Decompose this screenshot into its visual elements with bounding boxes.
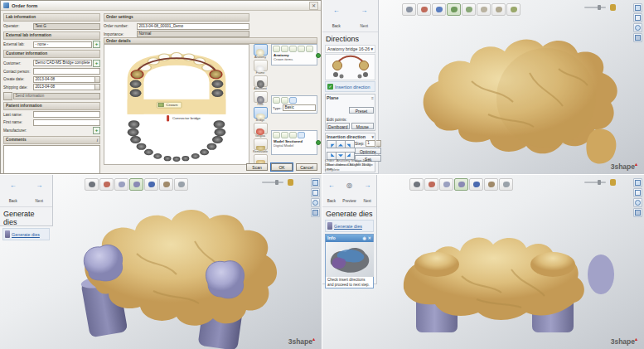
category-frame[interactable]: Frame <box>252 60 269 75</box>
cancel-button[interactable]: Cancel <box>296 163 317 171</box>
mouse-button[interactable]: Mouse <box>351 123 375 129</box>
bridge-options-panel[interactable]: Type: Basic <box>271 95 317 114</box>
first-name-field[interactable] <box>33 119 100 126</box>
send-info-icon[interactable] <box>3 92 12 100</box>
upper-jaw-icon[interactable] <box>477 3 491 16</box>
insertion-direction-item[interactable]: ✓ Insertion direction <box>325 81 375 92</box>
implant-model-icon[interactable] <box>298 132 305 138</box>
lock-icon[interactable] <box>288 179 293 186</box>
smooth-tool-icon[interactable] <box>499 178 513 191</box>
opacity-slider[interactable] <box>584 182 606 183</box>
inlay-type-icon[interactable] <box>289 46 297 52</box>
back-button[interactable]: ←Back <box>322 0 351 32</box>
veneer-type-icon[interactable] <box>306 46 313 52</box>
trim-tool-icon[interactable] <box>417 3 431 16</box>
wax-tool-icon[interactable] <box>432 3 446 16</box>
next-button[interactable]: →Next <box>27 175 53 206</box>
wax-tool-icon[interactable] <box>114 178 128 191</box>
lower-jaw-icon[interactable] <box>491 3 506 16</box>
margin-tool-icon[interactable] <box>469 178 483 191</box>
add-customer-button[interactable]: + <box>93 60 100 67</box>
create-date-spinner[interactable] <box>95 76 100 83</box>
step-spinner[interactable] <box>376 140 381 147</box>
step-field[interactable]: 1 <box>366 140 375 147</box>
split-view-icon[interactable] <box>311 188 320 197</box>
restoration-selector[interactable]: Anatomy bridge 16-26▾ <box>325 45 375 53</box>
close-icon[interactable]: ✕ <box>368 235 371 242</box>
ok-button[interactable]: OK <box>271 163 293 171</box>
opacity-slider[interactable] <box>262 182 283 183</box>
importance-field[interactable]: Normal <box>137 31 249 37</box>
show-model-icon[interactable] <box>447 3 461 16</box>
die-tool-icon[interactable] <box>129 178 143 191</box>
pontic-type-icon[interactable] <box>281 46 288 52</box>
smooth-tool-icon[interactable] <box>174 178 188 191</box>
digital-model-icon[interactable] <box>289 132 297 138</box>
fit-view-icon[interactable] <box>633 178 642 187</box>
compare-models-icon[interactable] <box>462 3 476 16</box>
bridge-cutback-icon[interactable] <box>281 97 288 104</box>
category-gingiva[interactable]: Gingiva <box>252 123 269 138</box>
add-patient-button[interactable]: + <box>93 127 100 134</box>
create-date-field[interactable]: 2013-04-08 <box>33 76 95 83</box>
add-external-lab-button[interactable]: + <box>93 41 100 48</box>
preset-button[interactable]: Preset <box>349 107 374 114</box>
scan-button[interactable]: Scan <box>246 163 268 171</box>
view-settings-icon[interactable] <box>633 198 642 207</box>
wax-tool-icon[interactable] <box>439 178 453 191</box>
external-lab-select[interactable]: - none - <box>33 41 92 48</box>
operator-field[interactable]: Test G <box>33 23 100 30</box>
circle-tool-icon[interactable] <box>85 178 99 191</box>
pen-tool-icon[interactable] <box>484 178 498 191</box>
bridge-type-select[interactable]: Basic <box>283 104 316 111</box>
dies-front-model[interactable] <box>379 210 623 347</box>
move-tool-icon[interactable] <box>402 3 416 16</box>
die-tool-icon[interactable] <box>454 178 468 191</box>
category-abutment[interactable]: Abutment <box>252 75 269 90</box>
optimize-button[interactable]: Optimize <box>355 148 381 154</box>
last-name-field[interactable] <box>33 111 100 118</box>
screenshot-icon[interactable] <box>311 208 320 217</box>
preview-button[interactable]: ◎Preview <box>341 175 359 206</box>
crown-type-icon[interactable] <box>273 46 280 52</box>
sectioned-model-icon[interactable] <box>273 132 280 138</box>
view-settings-icon[interactable] <box>311 198 320 207</box>
next-button[interactable]: →Next <box>351 0 379 32</box>
lock-icon[interactable] <box>610 179 616 186</box>
next-button[interactable]: →Next <box>358 175 376 206</box>
circle-tool-icon[interactable] <box>409 178 424 191</box>
back-button[interactable]: ←Back <box>322 175 341 206</box>
upper-jaw-scan-model[interactable] <box>389 23 637 171</box>
split-view-icon[interactable] <box>633 13 642 22</box>
generate-dies-item[interactable]: Generate dies <box>325 220 374 232</box>
screenshot-icon[interactable] <box>633 33 642 42</box>
model-options-panel[interactable]: Model Sectioned Digital Model <box>271 130 317 155</box>
dentboard-button[interactable]: Dentboard <box>327 123 350 129</box>
panel-menu-icon[interactable]: ≡ <box>371 95 374 100</box>
dies-scan-model[interactable] <box>46 196 303 349</box>
category-post[interactable]: Post <box>252 91 269 106</box>
onlay-type-icon[interactable] <box>298 46 305 52</box>
category-removable[interactable]: Removable <box>252 138 269 153</box>
contact-person-field[interactable] <box>33 68 100 75</box>
category-anatomy[interactable]: Anatomy <box>252 44 269 59</box>
trim-tool-icon[interactable] <box>424 178 438 191</box>
fit-view-icon[interactable] <box>311 178 320 187</box>
category-bridge[interactable]: Bridge <box>252 107 269 122</box>
arrow-up-right-icon[interactable] <box>345 140 355 148</box>
bridge-id-icon[interactable] <box>289 97 297 104</box>
fit-view-icon[interactable] <box>633 3 642 12</box>
shipping-date-field[interactable]: 2013-04-08 <box>33 84 95 90</box>
split-view-icon[interactable] <box>633 188 642 197</box>
antagonist-icon[interactable] <box>506 3 521 16</box>
lock-icon[interactable] <box>610 4 616 11</box>
anatomy-options-panel[interactable]: Anatomy Crown items <box>271 44 317 65</box>
generate-dies-item[interactable]: Generate dies <box>2 228 50 240</box>
back-button[interactable]: ←Back <box>0 175 27 206</box>
comments-textarea[interactable] <box>3 145 100 174</box>
info-panel-header[interactable]: Info ◉ ✕ <box>326 235 373 242</box>
shipping-date-spinner[interactable] <box>95 84 100 90</box>
pen-tool-icon[interactable] <box>159 178 173 191</box>
trim-tool-icon[interactable] <box>99 178 114 191</box>
bridge-solid-icon[interactable] <box>273 97 280 104</box>
